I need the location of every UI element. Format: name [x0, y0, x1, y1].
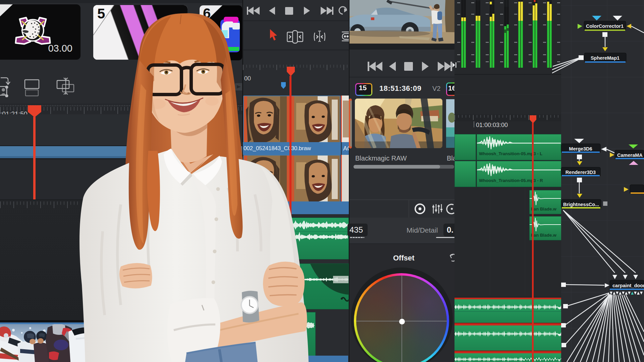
- svg-text:Renderer3D3: Renderer3D3: [566, 170, 596, 175]
- svg-text:SphereMap1: SphereMap1: [591, 55, 620, 61]
- svg-text:ColorCorrector1: ColorCorrector1: [586, 23, 624, 29]
- svg-text:BrightnessCo...: BrightnessCo...: [563, 202, 599, 207]
- svg-text:carpaint_door: carpaint_door: [612, 283, 644, 288]
- svg-text:CameraMA: CameraMA: [617, 153, 643, 158]
- svg-text:Merge3D6: Merge3D6: [569, 146, 592, 152]
